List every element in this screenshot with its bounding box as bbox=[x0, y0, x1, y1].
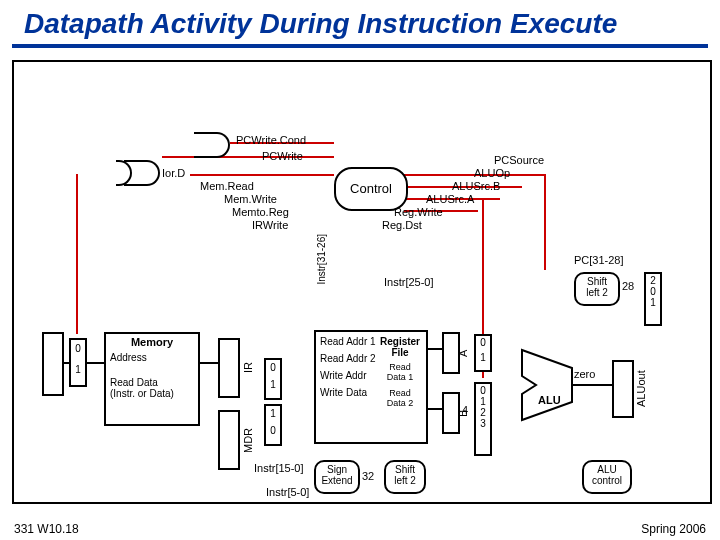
signal-pcwritecond: PCWrite.Cond bbox=[236, 134, 306, 146]
wire bbox=[404, 210, 478, 212]
wire bbox=[190, 174, 334, 176]
ir-register: IR bbox=[218, 338, 240, 398]
mux-in-0: 0 bbox=[476, 337, 490, 348]
signext-out-width: 32 bbox=[362, 470, 374, 482]
b-latch: B bbox=[442, 392, 460, 434]
mux-in-0: 0 bbox=[476, 385, 490, 396]
wire bbox=[76, 174, 78, 334]
wire bbox=[404, 174, 544, 176]
regfile-readaddr2: Read Addr 2 bbox=[320, 353, 378, 364]
pc-register: PC bbox=[42, 332, 64, 396]
regfile-rd2: Read Data 2 bbox=[378, 388, 422, 408]
aluout-register: ALUout bbox=[612, 360, 634, 418]
bus-instr15-0: Instr[15-0] bbox=[254, 462, 304, 474]
memory-address-port: Address bbox=[110, 352, 194, 363]
mux-in-0: 0 bbox=[71, 343, 85, 354]
wire bbox=[60, 362, 70, 364]
register-file: Read Addr 1 Read Addr 2 Write Addr Write… bbox=[314, 330, 428, 444]
wire bbox=[482, 198, 484, 378]
signal-iord: Ior.D bbox=[162, 167, 185, 179]
mux-in-1: 1 bbox=[476, 352, 490, 363]
alu-zero-flag: zero bbox=[574, 368, 595, 380]
signal-regwrite: Reg.Write bbox=[394, 206, 443, 218]
regfile-writedata: Write Data bbox=[320, 387, 378, 398]
mux-in-1: 1 bbox=[476, 396, 490, 407]
mux-in-0: 0 bbox=[646, 286, 660, 297]
a-latch: A bbox=[442, 332, 460, 374]
regfile-readaddr1: Read Addr 1 bbox=[320, 336, 378, 347]
footer-left: 331 W10.18 bbox=[14, 522, 79, 536]
mux-in-1: 1 bbox=[646, 297, 660, 308]
and-gate-icon bbox=[194, 132, 230, 158]
alu: ALU zero bbox=[522, 350, 592, 420]
mux-in-1: 1 bbox=[266, 408, 280, 419]
or-gate-icon bbox=[124, 160, 160, 186]
signal-pcsource: PCSource bbox=[494, 154, 544, 166]
signal-alusrca: ALUSrc.A bbox=[426, 193, 474, 205]
svg-marker-0 bbox=[522, 350, 572, 420]
mux-in-0: 0 bbox=[266, 362, 280, 373]
wire bbox=[572, 384, 612, 386]
wire bbox=[196, 362, 218, 364]
signal-regdst: Reg.Dst bbox=[382, 219, 422, 231]
mux-in-2: 2 bbox=[476, 407, 490, 418]
mux-in-2: 2 bbox=[646, 275, 660, 286]
regfile-rd1: Read Data 1 bbox=[378, 362, 422, 382]
mux-iord: 0 1 bbox=[69, 338, 87, 387]
bus-instr31-26: Instr[31-26] bbox=[316, 234, 327, 285]
control-unit: Control bbox=[334, 167, 408, 211]
wire bbox=[230, 142, 334, 144]
wire bbox=[404, 186, 522, 188]
mux-in-1: 1 bbox=[71, 364, 85, 375]
signal-pcwrite: PCWrite bbox=[262, 150, 303, 162]
memory-block: Memory Address Read Data (Instr. or Data… bbox=[104, 332, 200, 426]
mux-regdst: 0 1 bbox=[264, 358, 282, 400]
datapath-frame: Control PCWrite.Cond PCWrite Ior.D Mem.R… bbox=[12, 60, 712, 504]
regfile-writeaddr: Write Addr bbox=[320, 370, 378, 381]
wire bbox=[424, 408, 442, 410]
signal-alusrcb: ALUSrc.B bbox=[452, 180, 500, 192]
mux-in-0: 0 bbox=[266, 425, 280, 436]
mux-in-1: 1 bbox=[266, 379, 280, 390]
memory-title: Memory bbox=[106, 336, 198, 348]
bus-pc31-28: PC[31-28] bbox=[574, 254, 624, 266]
wire bbox=[544, 174, 546, 270]
mux-pcsource: 2 0 1 bbox=[644, 272, 662, 326]
mdr-register: MDR bbox=[218, 410, 240, 470]
footer-right: Spring 2006 bbox=[641, 522, 706, 536]
mux-alusrca: 0 1 bbox=[474, 334, 492, 372]
alu-label: ALU bbox=[538, 394, 561, 406]
mux-alusrcb: 0 1 2 3 bbox=[474, 382, 492, 456]
memory-writedata-port: Write Data bbox=[106, 414, 158, 426]
shift-left-2-upper: Shift left 2 bbox=[574, 272, 620, 306]
signal-memtoreg: Memto.Reg bbox=[232, 206, 289, 218]
alu-control: ALU control bbox=[582, 460, 632, 494]
signal-memread: Mem.Read bbox=[200, 180, 254, 192]
signal-aluop: ALUOp bbox=[474, 167, 510, 179]
page-title: Datapath Activity During Instruction Exe… bbox=[24, 8, 617, 40]
regfile-title: Register File bbox=[378, 336, 422, 358]
bus-concat28: 28 bbox=[622, 280, 634, 292]
bus-instr5-0: Instr[5-0] bbox=[266, 486, 309, 498]
wire bbox=[84, 362, 104, 364]
bus-instr25-0: Instr[25-0] bbox=[384, 276, 434, 288]
memory-readdata-port: Read Data (Instr. or Data) bbox=[110, 377, 194, 399]
title-underline bbox=[12, 44, 708, 48]
mux-memtoreg: 1 0 bbox=[264, 404, 282, 446]
const-four: 4 bbox=[462, 404, 468, 416]
signal-irwrite: IRWrite bbox=[252, 219, 288, 231]
wire bbox=[424, 348, 442, 350]
wire bbox=[162, 156, 334, 158]
signal-memwrite: Mem.Write bbox=[224, 193, 277, 205]
mux-in-3: 3 bbox=[476, 418, 490, 429]
sign-extend: Sign Extend bbox=[314, 460, 360, 494]
shift-left-2-lower: Shift left 2 bbox=[384, 460, 426, 494]
wire bbox=[404, 198, 500, 200]
